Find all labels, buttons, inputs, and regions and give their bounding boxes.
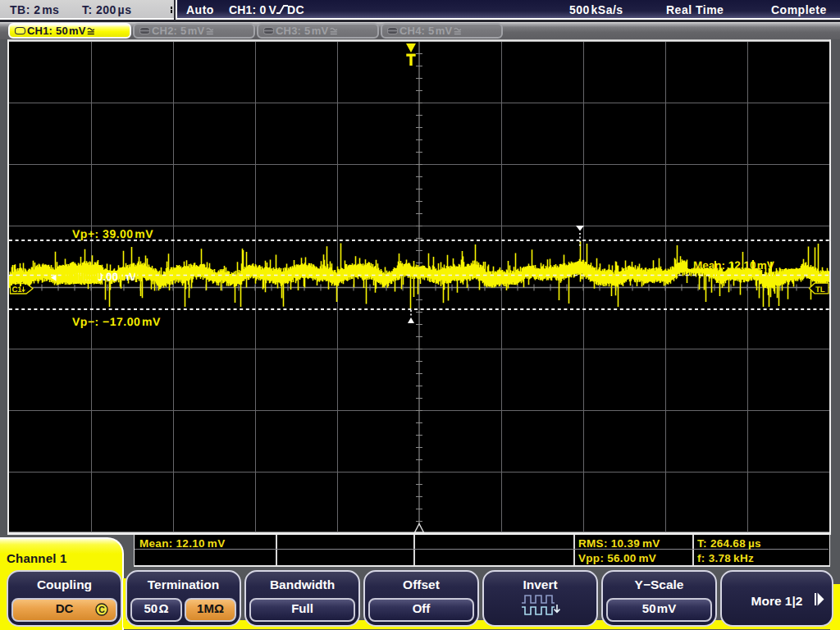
- svg-text:Vp−: −17.00 mV: Vp−: −17.00 mV: [72, 315, 161, 328]
- svg-text:C: C: [98, 605, 105, 614]
- svg-text:C1: C1: [12, 285, 23, 294]
- svg-text:Vp+: 39.00 mV: Vp+: 39.00 mV: [72, 227, 153, 240]
- svg-text:Mean: 12.10 mV: Mean: 12.10 mV: [693, 259, 774, 272]
- svg-text:TL: TL: [815, 285, 825, 294]
